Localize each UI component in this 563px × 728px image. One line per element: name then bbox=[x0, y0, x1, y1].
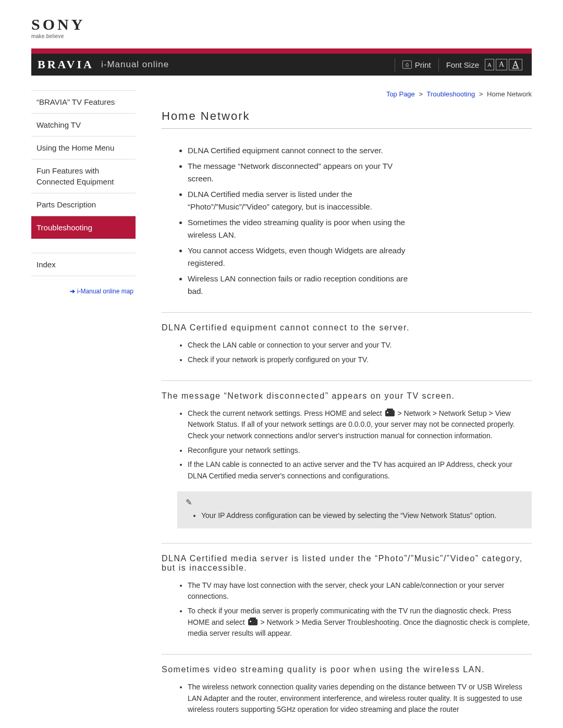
list-item[interactable]: Wireless LAN connection fails or radio r… bbox=[188, 273, 412, 298]
list-item: Reconfigure your network settings. bbox=[188, 445, 532, 456]
section: The message “Network disconnected” appea… bbox=[162, 380, 532, 528]
header-subtitle: i-Manual online bbox=[101, 59, 169, 70]
list-item[interactable]: DLNA Certified equipment cannot connect … bbox=[188, 144, 412, 157]
font-size-small[interactable]: A bbox=[485, 59, 494, 70]
list-item: To check if your media server is properl… bbox=[188, 606, 532, 639]
sidebar-item-troubleshooting[interactable]: Troubleshooting bbox=[31, 216, 136, 239]
list-item: The wireless network connection quality … bbox=[188, 682, 532, 715]
list-item: If the LAN cable is connected to an acti… bbox=[188, 459, 532, 482]
section-heading: The message “Network disconnected” appea… bbox=[162, 391, 532, 401]
sidebar-item-watching[interactable]: Watching TV bbox=[31, 114, 136, 137]
sidebar-item-parts[interactable]: Parts Description bbox=[31, 193, 136, 216]
list-item[interactable]: You cannot access Widgets, even though W… bbox=[188, 244, 412, 269]
section-heading: DLNA Certified media server is listed un… bbox=[162, 554, 532, 573]
note-text: Your IP Address configuration can be vie… bbox=[201, 510, 523, 521]
font-size-medium[interactable]: A bbox=[496, 59, 507, 70]
brand-name: SONY bbox=[31, 16, 532, 33]
section-heading: Sometimes video streaming quality is poo… bbox=[162, 665, 532, 674]
list-item: Check the LAN cable or connection to you… bbox=[188, 340, 532, 351]
font-size-label: Font Size bbox=[446, 60, 479, 69]
sidebar-item-home-menu[interactable]: Using the Home Menu bbox=[31, 137, 136, 159]
list-item: Check if your network is properly config… bbox=[188, 354, 532, 366]
intro-list: DLNA Certified equipment cannot connect … bbox=[188, 144, 412, 298]
toolbox-icon bbox=[248, 619, 258, 625]
sidebar-item-fun-features[interactable]: Fun Features with Connected Equipment bbox=[31, 159, 136, 193]
print-label: Print bbox=[415, 60, 431, 69]
list-item[interactable]: The message “Network disconnected” appea… bbox=[188, 160, 412, 185]
list-item[interactable]: Sometimes the video streaming quality is… bbox=[188, 216, 412, 241]
list-item[interactable]: DLNA Certified media server is listed un… bbox=[188, 188, 412, 213]
page-title: Home Network bbox=[162, 109, 532, 129]
brand-tagline: make.believe bbox=[31, 33, 532, 39]
section-heading: DLNA Certified equipment cannot connect … bbox=[162, 323, 532, 332]
section: DLNA Certified equipment cannot connect … bbox=[162, 312, 532, 365]
sidebar: “BRAVIA” TV Features Watching TV Using t… bbox=[31, 90, 136, 728]
breadcrumb-mid[interactable]: Troubleshooting bbox=[426, 90, 475, 98]
arrow-icon: ➔ bbox=[70, 288, 75, 295]
note-icon: ✎ bbox=[186, 498, 192, 507]
toolbox-icon bbox=[385, 410, 395, 416]
breadcrumb-leaf: Home Network bbox=[487, 90, 532, 98]
sidebar-item-features[interactable]: “BRAVIA” TV Features bbox=[31, 90, 136, 114]
breadcrumb: Top Page > Troubleshooting > Home Networ… bbox=[162, 90, 532, 98]
sidebar-item-index[interactable]: Index bbox=[31, 253, 136, 276]
bravia-mark: BRAVIA bbox=[38, 58, 94, 71]
note-box: ✎ Your IP Address configuration can be v… bbox=[177, 491, 532, 528]
print-icon: ⎙ bbox=[402, 60, 412, 69]
section: DLNA Certified media server is listed un… bbox=[162, 543, 532, 639]
section: Sometimes video streaming quality is poo… bbox=[162, 654, 532, 715]
list-item: The TV may have lost connection with the… bbox=[188, 580, 532, 602]
font-size-large[interactable]: A bbox=[509, 59, 522, 70]
accent-bar bbox=[31, 48, 532, 54]
brand-logo: SONY make.believe bbox=[31, 16, 532, 39]
list-item: Check the current network settings. Pres… bbox=[188, 408, 532, 442]
manual-map-link[interactable]: ➔i-Manual online map bbox=[31, 288, 136, 295]
print-button[interactable]: ⎙ Print bbox=[395, 58, 439, 71]
header-bar: BRAVIA i-Manual online ⎙ Print Font Size… bbox=[31, 54, 532, 76]
main-content: Top Page > Troubleshooting > Home Networ… bbox=[162, 90, 532, 728]
breadcrumb-top[interactable]: Top Page bbox=[386, 90, 415, 98]
